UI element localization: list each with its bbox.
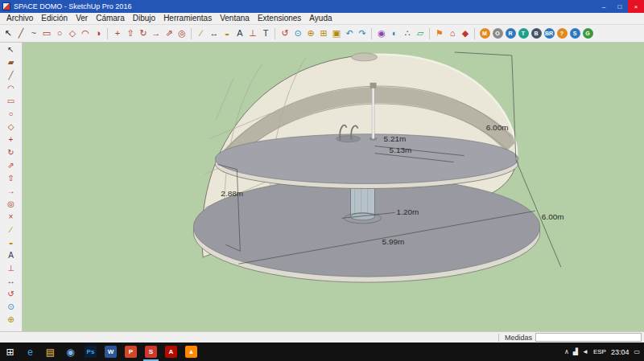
pan-tool-icon[interactable]: ⊙ [2,301,21,314]
3d-viewport[interactable]: 5.21m 5.13m 6.00m 2.88m 1.20m 5.99m 6.00… [23,43,644,331]
freehand-tool-icon[interactable]: ~ [27,27,40,41]
follow-me-tool-icon[interactable]: → [150,27,163,41]
taskbar-powerpoint-icon[interactable]: P [121,343,141,361]
taskbar-sketchup-icon[interactable]: S [141,343,161,361]
plugin-s-icon[interactable]: S [568,27,581,41]
protractor-tool-icon[interactable]: ◒ [221,27,233,41]
3d-warehouse-icon[interactable]: ⌂ [446,27,459,41]
menu-ver[interactable]: Ver [72,13,92,24]
axes-tool-icon[interactable]: ⊥ [246,27,259,41]
circle-tool-icon[interactable]: ○ [53,27,66,41]
plugin-g-icon[interactable]: G [581,27,594,41]
intersect-tool-icon[interactable]: × [2,211,21,224]
orbit-tool-icon[interactable]: ↺ [2,288,21,301]
zoom-extents-icon[interactable]: ▣ [330,27,343,41]
arc-tool-icon[interactable]: ◠ [2,82,21,95]
pan-tool-icon[interactable]: ⊙ [291,27,304,41]
move-tool-icon[interactable]: + [111,27,124,41]
text-tool-icon[interactable]: A [233,27,246,41]
rectangle-tool-icon[interactable]: ▭ [2,95,21,108]
title-bar[interactable]: SPACE DOMO - SketchUp Pro 2016 – □ × [0,0,644,13]
protractor-tool-icon[interactable]: ◒ [2,236,21,249]
rotate-tool-icon[interactable]: ↻ [2,146,21,159]
follow-me-tool-icon[interactable]: → [2,185,21,198]
toolbar-icon[interactable] [188,28,192,39]
menu-edicion[interactable]: Edición [37,13,72,24]
offset-tool-icon[interactable]: ◎ [175,27,188,41]
position-camera-icon[interactable]: ◉ [375,27,388,41]
clock[interactable]: 23:04 [611,348,630,356]
plugin-help-icon[interactable]: ? [555,27,568,41]
taskbar-vlc-icon[interactable]: ▲ [181,343,201,361]
text-tool-icon[interactable]: A [2,249,21,262]
menu-camara[interactable]: Cámara [92,13,129,24]
offset-tool-icon[interactable]: ◎ [2,198,21,211]
plugin-br-icon[interactable]: BR [543,27,555,41]
plugin-o-icon[interactable]: O [491,27,504,41]
menu-archivo[interactable]: Archivo [2,13,37,24]
minimize-button[interactable]: – [596,0,612,13]
look-around-icon[interactable]: ◐ [388,27,401,41]
previous-view-icon[interactable]: ↶ [343,27,356,41]
dimension-tool-icon[interactable]: ↔ [208,27,221,41]
dimension-tool-icon[interactable]: ↔ [2,275,21,288]
taskbar-acrobat-icon[interactable]: A [161,343,181,361]
line-tool-icon[interactable]: ╱ [2,69,21,82]
push-pull-tool-icon[interactable]: ⇧ [2,172,21,185]
language-indicator[interactable]: ESP [593,348,606,355]
scale-tool-icon[interactable]: ⇗ [163,27,175,41]
3d-text-tool-icon[interactable]: T [259,27,272,41]
taskbar-chrome-icon[interactable]: ◉ [60,343,80,361]
toolbar-icon[interactable] [427,28,430,39]
zoom-tool-icon[interactable]: ⊕ [2,314,21,326]
select-tool-icon[interactable]: ↖ [2,43,21,56]
menu-ventana[interactable]: Ventana [216,13,254,24]
section-plane-icon[interactable]: ▱ [414,27,427,41]
arc-tool-icon[interactable]: ◠ [79,27,92,41]
toolbar-icon[interactable] [369,28,372,39]
close-button[interactable]: × [628,0,644,13]
plugin-m-icon[interactable]: M [478,27,491,41]
taskbar-word-icon[interactable]: W [101,343,121,361]
pie-tool-icon[interactable]: ◑ [92,27,105,41]
eraser-tool-icon[interactable]: ▰ [2,56,21,69]
toolbar-icon[interactable] [105,28,108,39]
line-tool-icon[interactable]: ╱ [14,27,27,41]
measurements-input[interactable] [535,333,642,342]
menu-dibujo[interactable]: Dibujo [129,13,159,24]
plugin-t-icon[interactable]: T [517,27,530,41]
polygon-tool-icon[interactable]: ◇ [66,27,79,41]
toolbar-icon[interactable] [472,28,475,39]
rotate-tool-icon[interactable]: ↻ [137,27,150,41]
taskbar-photoshop-icon[interactable]: Ps [80,343,101,361]
plugin-r-icon[interactable]: R [504,27,517,41]
maximize-button[interactable]: □ [612,0,628,13]
plugin-b-icon[interactable]: B [530,27,543,41]
menu-ayuda[interactable]: Ayuda [305,13,336,24]
toolbar-icon[interactable] [272,28,275,39]
move-tool-icon[interactable]: + [2,133,21,146]
add-location-icon[interactable]: ⚑ [433,27,446,41]
menu-extensiones[interactable]: Extensiones [254,13,305,24]
zoom-tool-icon[interactable]: ⊕ [304,27,317,41]
select-tool-icon[interactable]: ↖ [2,27,14,41]
start-button[interactable]: ⊞ [0,343,20,361]
menu-herramientas[interactable]: Herramientas [159,13,216,24]
tape-measure-icon[interactable]: ∕ [2,224,21,236]
next-view-icon[interactable]: ↷ [356,27,369,41]
push-pull-tool-icon[interactable]: ⇧ [124,27,137,41]
taskbar-edge-icon[interactable]: e [20,343,40,361]
extension-warehouse-icon[interactable]: ◆ [459,27,472,41]
tray-volume-icon[interactable]: ◄ [582,348,588,355]
scale-tool-icon[interactable]: ⇗ [2,159,21,172]
axes-tool-icon[interactable]: ⊥ [2,262,21,275]
tape-measure-icon[interactable]: ∕ [195,27,208,41]
taskbar-folder-icon[interactable]: ▤ [40,343,60,361]
tray-network-icon[interactable]: ▟ [573,348,578,355]
rectangle-tool-icon[interactable]: ▭ [40,27,53,41]
polygon-tool-icon[interactable]: ◇ [2,121,21,133]
notification-center-icon[interactable]: ▭ [634,348,640,355]
zoom-window-icon[interactable]: ⊞ [317,27,330,41]
circle-tool-icon[interactable]: ○ [2,108,21,121]
tray-hidden-icons-chevron[interactable]: ∧ [564,348,569,355]
